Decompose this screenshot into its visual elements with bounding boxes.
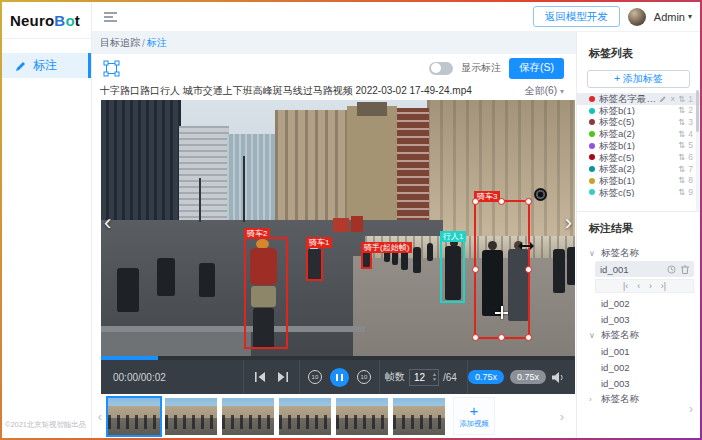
show-annotations-toggle[interactable] xyxy=(429,62,453,75)
pause-button[interactable] xyxy=(330,368,349,387)
delete-tag-icon[interactable]: × xyxy=(670,95,675,104)
stepper-arrows-icon[interactable]: ▲▼ xyxy=(432,370,437,385)
edit-tag-icon[interactable] xyxy=(659,95,667,103)
tree-group[interactable]: ∨标签名称 xyxy=(577,245,700,261)
tag-list-title: 标签列表 xyxy=(589,46,700,61)
sort-tag-icon[interactable]: ⇅ xyxy=(678,106,685,115)
horizontal-resize-cursor xyxy=(520,245,532,247)
video-thumbnail[interactable] xyxy=(279,398,331,435)
tag-color-dot xyxy=(589,143,595,149)
video-thumbnail[interactable] xyxy=(165,398,217,435)
tree-group[interactable]: ∨标签名称 xyxy=(577,327,700,343)
rewind-10-icon[interactable]: 10 xyxy=(308,370,322,384)
filter-dropdown[interactable]: 全部(6)▾ xyxy=(525,84,564,98)
frame-counter-label: 帧数 xyxy=(385,370,405,384)
app-window: NeuroBot 标注 ©2021北京矩视智能出品 返回模型开发 Admin▾ … xyxy=(2,2,700,438)
sidebar-item-annotate[interactable]: 标注 xyxy=(2,53,91,78)
frame-number-stepper[interactable]: ▲▼ xyxy=(409,369,439,386)
add-tag-button[interactable]: + 添加标签 xyxy=(587,70,690,88)
tag-list-item[interactable]: 标签a(2) ⇅7 xyxy=(577,163,700,175)
tree-item[interactable]: id_002 xyxy=(577,359,700,375)
sort-tag-icon[interactable]: ⇅ xyxy=(678,176,685,185)
tag-list-item[interactable]: 标签b(1) ⇅5 xyxy=(577,140,700,152)
video-thumbnail[interactable] xyxy=(336,398,388,435)
first-frame-icon[interactable]: |‹ xyxy=(623,281,628,291)
resize-handle[interactable] xyxy=(525,266,532,273)
rotate-handle[interactable] xyxy=(534,188,547,201)
sidebar-item-label: 标注 xyxy=(33,57,57,74)
tag-list-item[interactable]: 标签c(5) ⇅9 xyxy=(577,187,700,199)
resize-handle[interactable] xyxy=(472,266,479,273)
resize-handle[interactable] xyxy=(525,334,532,341)
delete-icon[interactable] xyxy=(681,265,689,274)
back-to-model-dev-button[interactable]: 返回模型开发 xyxy=(533,6,620,27)
sort-tag-icon[interactable]: ⇅ xyxy=(678,165,685,174)
tag-list-item[interactable]: 标签c(5) ⇅6 xyxy=(577,151,700,163)
thumbs-scroll-left-icon[interactable]: ‹ xyxy=(92,409,108,424)
thumbs-scroll-right-icon[interactable]: › xyxy=(554,409,570,424)
tag-list-item[interactable]: 标签c(5) ⇅3 xyxy=(577,116,700,128)
tag-list-item[interactable]: 标签名字最长数... × ⇅ 1 xyxy=(577,93,700,105)
breadcrumb-parent[interactable]: 目标追踪 xyxy=(100,36,140,50)
collapse-sidebar-icon[interactable] xyxy=(104,12,117,22)
save-button[interactable]: 保存(S) xyxy=(509,58,564,79)
speed-section: 0.75x 0.75x xyxy=(467,360,575,394)
video-frame[interactable]: 骑车2 骑车1 骑手(起始帧) 行人1 骑车3 ‹ › xyxy=(101,100,575,356)
speed-pill-secondary[interactable]: 0.75x xyxy=(510,370,546,384)
panel-scrollbar[interactable] xyxy=(696,90,699,212)
bounding-box[interactable]: 行人1 xyxy=(440,240,465,303)
prev-frame-icon[interactable]: ‹ xyxy=(637,281,640,291)
right-panel: 标签列表 + 添加标签 标签名字最长数... × ⇅ 1 标签b(1) ⇅2 xyxy=(576,32,700,438)
tag-color-dot xyxy=(589,189,595,195)
bounding-box[interactable]: 骑车2 xyxy=(244,237,288,349)
player-controls: 00:00/00:02 10 10 帧数 ▲▼ /64 0.75x 0.75x xyxy=(101,360,575,394)
frame-number-input[interactable] xyxy=(410,372,428,383)
resize-handle[interactable] xyxy=(472,334,479,341)
panel-scroll-right-icon[interactable]: › xyxy=(689,402,693,416)
filter-label: 全部(6) xyxy=(525,84,557,98)
header-right: 返回模型开发 Admin▾ xyxy=(533,6,692,27)
tag-list-item[interactable]: 标签b(1) ⇅8 xyxy=(577,175,700,187)
tree-item[interactable]: id_001 xyxy=(577,343,700,359)
resize-handle[interactable] xyxy=(498,198,505,205)
history-icon[interactable] xyxy=(667,265,676,274)
volume-icon[interactable] xyxy=(552,372,565,383)
tree-group-collapsed[interactable]: ›标签名称 xyxy=(577,391,700,407)
resize-handle[interactable] xyxy=(498,334,505,341)
prev-video-chevron[interactable]: ‹ xyxy=(104,212,111,234)
bbox-tool-icon[interactable] xyxy=(103,60,120,77)
forward-10-icon[interactable]: 10 xyxy=(357,370,371,384)
add-video-button[interactable]: + 添加视频 xyxy=(453,397,495,435)
sort-tag-icon[interactable]: ⇅ xyxy=(678,153,685,162)
sort-tag-icon[interactable]: ⇅ xyxy=(678,141,685,150)
video-progress-bar[interactable] xyxy=(101,356,575,360)
tree-item-selected[interactable]: id_001 xyxy=(595,261,694,277)
sort-tag-icon[interactable]: ⇅ xyxy=(678,118,685,127)
sort-tag-icon[interactable]: ⇅ xyxy=(678,188,685,197)
sort-tag-icon[interactable]: ⇅ xyxy=(678,130,685,139)
next-frame-icon[interactable]: › xyxy=(649,281,652,291)
tree-item[interactable]: id_003 xyxy=(577,375,700,391)
video-thumbnail[interactable] xyxy=(393,398,445,435)
resize-handle[interactable] xyxy=(472,198,479,205)
bounding-box[interactable]: 骑手(起始帧) xyxy=(361,251,372,269)
tree-item[interactable]: id_003 xyxy=(577,311,700,327)
tree-item[interactable]: id_002 xyxy=(577,295,700,311)
resize-handle[interactable] xyxy=(525,198,532,205)
last-frame-icon[interactable]: ›| xyxy=(661,281,666,291)
user-menu[interactable]: Admin▾ xyxy=(654,11,692,23)
tag-color-dot xyxy=(589,96,595,102)
bounding-box-label: 行人1 xyxy=(440,231,466,242)
speed-pill-active[interactable]: 0.75x xyxy=(468,370,504,384)
user-avatar[interactable] xyxy=(628,8,646,26)
sort-tag-icon[interactable]: ⇅ xyxy=(678,95,685,104)
tag-list-item[interactable]: 标签b(1) ⇅2 xyxy=(577,105,700,117)
video-thumbnail[interactable] xyxy=(108,398,160,435)
prev-frame-icon[interactable] xyxy=(255,372,266,382)
video-thumbnail[interactable] xyxy=(222,398,274,435)
bounding-box[interactable]: 骑车1 xyxy=(306,246,323,281)
frame-total-label: /64 xyxy=(443,372,457,383)
tag-list-item[interactable]: 标签a(2) ⇅4 xyxy=(577,128,700,140)
next-frame-icon[interactable] xyxy=(277,372,288,382)
next-video-chevron[interactable]: › xyxy=(565,212,572,234)
